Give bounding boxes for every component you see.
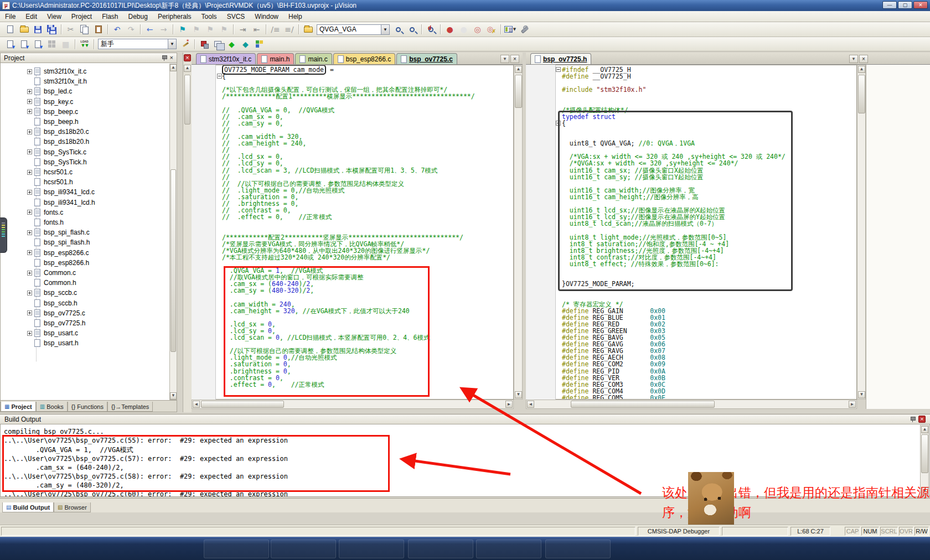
expand-icon[interactable] [27,331,32,336]
tab-close-icon[interactable]: × [510,55,519,63]
tab-stm32f10x_it-c[interactable]: stm32f10x_it.c [196,53,256,64]
breakpoint-kill-all-icon[interactable]: ◎✗ [485,24,498,35]
expand-icon[interactable] [27,99,32,104]
tree-item-fonts.c[interactable]: fonts.c [27,208,63,217]
tab-list-icon[interactable]: ▼ [500,55,509,63]
find-d-icon[interactable]: d [425,24,437,35]
project-tree[interactable]: stm32f10x_it.cstm32f10x_it.hbsp_led.cbsp… [0,63,177,401]
find-in-files-icon[interactable] [302,24,314,35]
menu-debug[interactable]: Debug [123,12,153,22]
bottom-tab-build-output[interactable]: ▤Build Output [2,502,54,512]
tree-item-bsp_SysTick.c[interactable]: bsp_SysTick.c [27,147,86,157]
tree-item-stm32f10x_it.c[interactable]: stm32f10x_it.c [27,66,86,76]
chevron-down-icon[interactable]: ▼ [381,25,389,34]
save-all-icon[interactable] [45,24,58,35]
cut-icon[interactable]: ✂ [64,24,77,35]
bookmark-next-icon[interactable]: ⚑ [190,24,203,35]
expand-icon[interactable] [27,190,32,195]
pin-icon[interactable] [162,55,167,61]
bookmark-prev-icon[interactable]: ⚑ [204,24,216,35]
tree-item-hcsr501.h[interactable]: hcsr501.h [27,177,73,187]
filter-diamond-icon[interactable]: ◆ [239,38,252,50]
tab-bsp_esp8266-c[interactable]: bsp_esp8266.c [333,53,395,64]
tree-item-bsp_ili9341_lcd.c[interactable]: bsp_ili9341_lcd.c [27,187,95,197]
stop-build-icon[interactable]: ▦ [59,38,72,50]
menu-peripherals[interactable]: Peripherals [153,12,197,22]
mid-editor-hscrollbar[interactable]: ◄ ► [192,400,514,409]
tree-item-bsp_sccb.h[interactable]: bsp_sccb.h [27,298,78,308]
strip-close-icon[interactable]: × [184,54,191,61]
tree-item-bsp_ds18b20.c[interactable]: bsp_ds18b20.c [27,127,89,137]
expand-icon[interactable] [27,109,32,114]
tree-item-bsp_ds18b20.h[interactable]: bsp_ds18b20.h [27,137,89,147]
menu-flash[interactable]: Flash [97,12,123,22]
expand-icon[interactable] [27,250,32,255]
debug-session-icon[interactable] [198,38,210,50]
menu-svcs[interactable]: SVCS [222,12,250,22]
outdent-icon[interactable]: ⇤ [250,24,263,35]
panel-tab-books[interactable]: ▥Books [36,402,68,412]
save-icon[interactable] [32,24,44,35]
tree-item-bsp_beep.h[interactable]: bsp_beep.h [27,117,79,127]
menu-view[interactable]: View [42,12,66,22]
tree-item-bsp_key.c[interactable]: bsp_key.c [27,97,73,107]
build-close-icon[interactable]: × [918,416,926,423]
tree-item-Common.c[interactable]: Common.c [27,268,76,278]
manage-windows-icon[interactable] [211,38,224,50]
project-close-icon[interactable]: × [170,55,173,61]
tree-item-hcsr501.c[interactable]: hcsr501.c [27,167,73,177]
incremental-find-icon[interactable] [406,24,418,35]
expand-icon[interactable] [27,291,32,295]
tab-list-icon[interactable]: ▼ [849,55,858,63]
taskbar-item[interactable] [476,540,541,558]
pin-icon[interactable] [910,416,915,422]
chevron-down-icon[interactable]: ▼ [168,39,176,49]
tree-item-bsp_spi_flash.c[interactable]: bsp_spi_flash.c [27,227,90,237]
taskbar-item[interactable] [408,540,473,558]
bookmark-icon[interactable]: ⚑ [176,24,189,35]
tree-item-bsp_ili9341_lcd.h[interactable]: bsp_ili9341_lcd.h [27,198,95,208]
bottom-tab-browser[interactable]: ▧Browser [54,502,91,512]
translate-icon[interactable]: ▼ [4,38,17,50]
expand-icon[interactable] [27,170,32,175]
undo-icon[interactable]: ↶ [111,24,123,35]
breakpoint-icon[interactable]: ● [443,24,456,35]
comment-icon[interactable]: /≡ [269,24,282,35]
configure-icon[interactable] [518,24,530,35]
tab-bsp_ov7725-c[interactable]: bsp_ov7725.c [396,53,457,64]
tree-item-Common.h[interactable]: Common.h [27,278,76,288]
tab-bsp_ov7725-h[interactable]: bsp_ov7725.h [530,53,591,64]
expand-icon[interactable] [27,89,32,94]
project-scrollbar[interactable]: ▲ ▼ [169,64,177,400]
tab-main-c[interactable]: main.c [295,53,332,64]
batch-build-icon[interactable] [45,38,58,50]
tree-item-bsp_beep.c[interactable]: bsp_beep.c [27,107,78,117]
expand-icon[interactable] [27,230,32,235]
tree-item-stm32f10x_it.h[interactable]: stm32f10x_it.h [27,76,87,86]
fold-icon[interactable] [556,67,561,72]
taskbar-item[interactable] [204,540,269,558]
close-button[interactable]: ✕ [913,1,928,9]
right-editor-vscrollbar[interactable]: ▲ ▼ [857,65,866,400]
menu-edit[interactable]: Edit [20,12,42,22]
bookmark-clear-icon[interactable]: ⚑ [218,24,230,35]
uncomment-icon[interactable]: ≡/ [283,24,296,35]
right-editor-hscrollbar[interactable]: ◄ ► [526,400,857,409]
expand-icon[interactable] [27,310,32,315]
paste-icon[interactable] [92,24,105,35]
tree-item-bsp_led.c[interactable]: bsp_led.c [27,86,72,96]
target-options-icon[interactable] [179,38,192,50]
taskbar[interactable] [0,537,930,560]
panel-tab----functions[interactable]: {} Functions [68,402,107,412]
fold-icon[interactable] [217,74,222,79]
new-file-icon[interactable] [4,24,17,35]
taskbar-item[interactable] [545,540,611,558]
nav-forward-icon[interactable]: → [157,24,170,35]
tree-item-bsp_spi_flash.h[interactable]: bsp_spi_flash.h [27,237,90,247]
tree-item-bsp_usart.c[interactable]: bsp_usart.c [27,328,78,338]
taskbar-item[interactable] [339,540,404,558]
docked-widget[interactable] [0,217,7,253]
menu-help[interactable]: Help [283,12,307,22]
mid-editor-vscrollbar[interactable]: ▲ ▼ [514,65,523,400]
expand-icon[interactable] [27,271,32,276]
